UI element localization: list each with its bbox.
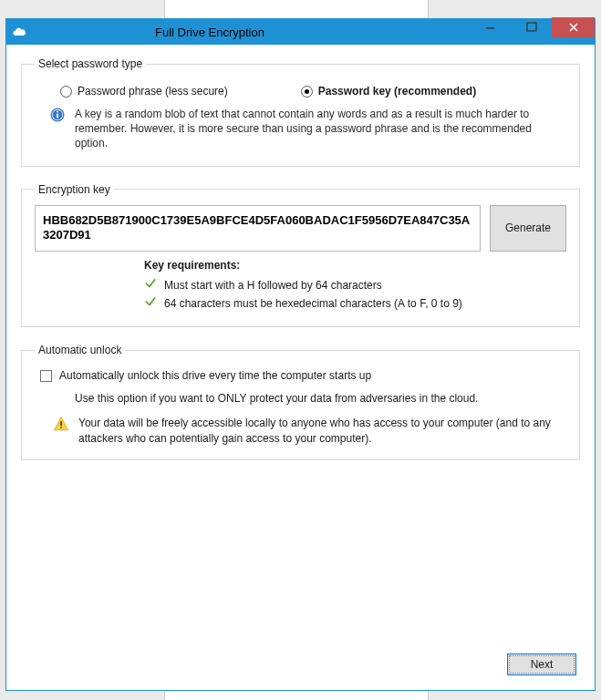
info-icon [49,107,66,151]
password-type-radios: Password phrase (less secure) Password k… [35,79,566,107]
auto-unlock-warning-row: Your data will be freely accessible loca… [35,416,566,447]
password-type-legend: Select password type [35,57,146,70]
auto-unlock-info-line1: Use this option if you want to ONLY prot… [75,391,566,407]
encryption-key-legend: Encryption key [35,183,114,196]
key-requirements: Key requirements: Must start with a H fo… [35,252,566,311]
generate-button[interactable]: Generate [490,205,566,252]
radio-label: Password key (recommended) [318,85,476,98]
password-type-info-text: A key is a random blob of text that cann… [75,107,559,151]
svg-point-5 [57,111,58,113]
minimize-button[interactable] [470,17,511,37]
svg-rect-7 [60,421,62,426]
window-title: Full Drive Encryption [0,26,470,39]
warning-icon [53,416,69,435]
next-button-label: Next [531,658,554,671]
auto-unlock-info-line2: Your data will be freely accessible loca… [78,416,566,447]
svg-rect-6 [57,114,58,118]
svg-rect-8 [60,427,62,429]
key-requirement-text: 64 characters must be hexedecimal charac… [164,297,462,310]
next-button[interactable]: Next [507,654,576,675]
radio-icon [60,86,72,98]
svg-rect-1 [527,23,536,31]
encryption-key-row: HBB682D5B871900C1739E5A9BFCE4D5FA060BADA… [35,205,566,252]
key-requirement-item: 64 characters must be hexedecimal charac… [144,295,566,311]
svg-rect-0 [486,27,494,29]
automatic-unlock-legend: Automatic unlock [35,344,125,356]
dialog-footer: Next [21,648,580,681]
window-controls [470,19,595,45]
radio-icon [301,86,313,98]
radio-password-key[interactable]: Password key (recommended) [301,85,476,98]
close-button[interactable] [552,17,595,37]
check-icon [144,295,157,311]
checkbox-icon [40,370,52,382]
key-requirement-text: Must start with a H followed by 64 chara… [164,279,382,292]
auto-unlock-checkbox-row[interactable]: Automatically unlock this drive every ti… [35,365,566,391]
radio-label: Password phrase (less secure) [78,85,228,98]
maximize-button[interactable] [511,17,552,37]
client-area: Select password type Password phrase (le… [6,45,595,690]
automatic-unlock-group: Automatic unlock Automatically unlock th… [21,344,580,459]
check-icon [144,277,157,293]
auto-unlock-checkbox-label: Automatically unlock this drive every ti… [59,369,371,382]
password-type-group: Select password type Password phrase (le… [21,57,580,167]
title-bar[interactable]: Full Drive Encryption [6,19,595,45]
password-type-info-row: A key is a random blob of text that cann… [35,107,566,153]
key-requirements-title: Key requirements: [144,259,566,272]
radio-password-phrase[interactable]: Password phrase (less secure) [60,85,228,98]
key-requirement-item: Must start with a H followed by 64 chara… [144,277,566,293]
auto-unlock-info: Use this option if you want to ONLY prot… [35,391,566,407]
encryption-key-group: Encryption key HBB682D5B871900C1739E5A9B… [21,183,580,328]
generate-button-label: Generate [505,221,551,234]
dialog-window: Full Drive Encryption Select password ty… [5,18,596,691]
encryption-key-field[interactable]: HBB682D5B871900C1739E5A9BFCE4D5FA060BADA… [35,205,481,252]
